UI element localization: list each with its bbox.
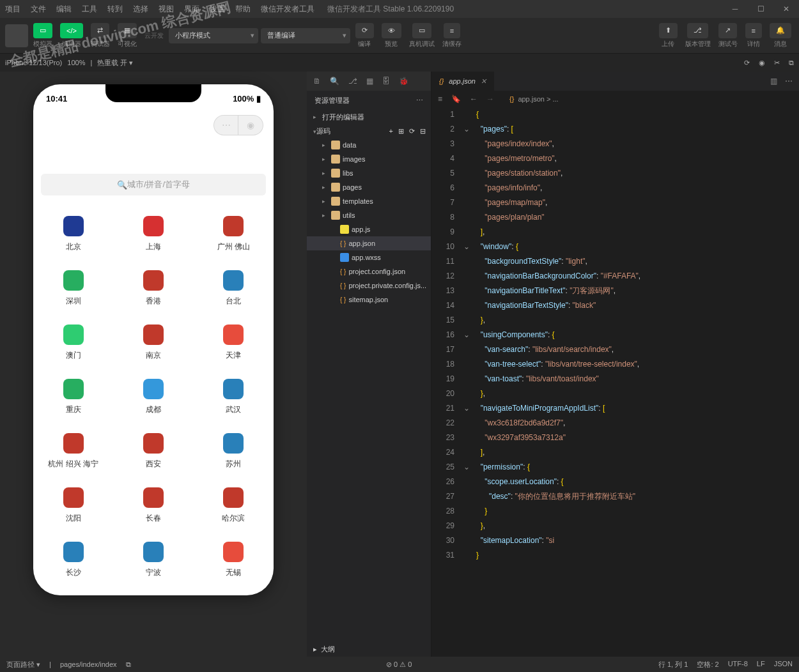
tree-images[interactable]: ▸images bbox=[307, 152, 431, 166]
city-item[interactable]: 长沙 bbox=[33, 533, 113, 587]
mode-select[interactable]: 小程序模式 bbox=[169, 28, 258, 43]
maximize-icon[interactable]: ☐ bbox=[748, 0, 773, 18]
message-button[interactable]: 🔔 bbox=[770, 23, 791, 38]
city-item[interactable]: 台北 bbox=[194, 261, 274, 316]
city-item[interactable]: 北京 bbox=[33, 207, 113, 261]
indent[interactable]: 空格: 2 bbox=[697, 660, 718, 669]
city-item[interactable]: 沈阳 bbox=[33, 478, 113, 533]
tree-data[interactable]: ▸data bbox=[307, 138, 431, 152]
minimize-icon[interactable]: ─ bbox=[722, 0, 748, 18]
split-icon[interactable]: ▥ bbox=[770, 77, 777, 86]
menu-视图[interactable]: 视图 bbox=[159, 4, 174, 15]
editor-button[interactable]: </> bbox=[60, 23, 83, 38]
city-item[interactable]: 长春 bbox=[113, 478, 193, 533]
errors-count[interactable]: ⊘ 0 ⚠ 0 bbox=[386, 661, 412, 669]
bookmark-icon[interactable]: 🔖 bbox=[451, 95, 461, 103]
city-item[interactable]: 上海 bbox=[113, 207, 193, 261]
breadcrumb[interactable]: {}app.json > ... bbox=[503, 91, 565, 107]
avatar[interactable] bbox=[5, 24, 28, 47]
refresh-icon[interactable]: ⟳ bbox=[744, 59, 750, 67]
city-item[interactable]: 南京 bbox=[113, 316, 193, 370]
bug-icon[interactable]: 🐞 bbox=[399, 77, 408, 86]
tree-pages[interactable]: ▸pages bbox=[307, 180, 431, 194]
files-icon[interactable]: 🗎 bbox=[313, 77, 321, 86]
menu-界面[interactable]: 界面 bbox=[184, 4, 199, 15]
capsule-close-icon[interactable]: ◉ bbox=[238, 116, 263, 135]
menu-帮助[interactable]: 帮助 bbox=[235, 4, 251, 15]
refresh-icon[interactable]: ⟳ bbox=[409, 127, 415, 135]
capsule-menu-icon[interactable]: ⋯ bbox=[214, 116, 238, 135]
cursor-pos[interactable]: 行 1, 列 1 bbox=[658, 660, 688, 669]
hotreload-toggle[interactable]: 热重载 开 ▾ bbox=[97, 58, 133, 68]
testno-button[interactable]: ↗ bbox=[718, 23, 737, 38]
tree-app.js[interactable]: app.js bbox=[307, 222, 431, 236]
menu-编辑[interactable]: 编辑 bbox=[56, 4, 72, 15]
city-item[interactable]: 哈尔滨 bbox=[194, 478, 274, 533]
page-path-label[interactable]: 页面路径 ▾ bbox=[6, 660, 40, 669]
tree-app.wxss[interactable]: app.wxss bbox=[307, 250, 431, 264]
branch-icon[interactable]: ⎇ bbox=[348, 77, 357, 86]
cloud-dev[interactable]: 云开发 bbox=[144, 31, 164, 40]
ext-icon[interactable]: ▦ bbox=[366, 77, 373, 86]
list-icon[interactable]: ≡ bbox=[438, 95, 442, 103]
cut-icon[interactable]: ✂ bbox=[774, 59, 780, 67]
device-select[interactable]: iPhone 12/13(Pro) bbox=[5, 59, 62, 66]
search-icon[interactable]: 🔍 bbox=[330, 77, 339, 86]
tree-project.config.json[interactable]: { }project.config.json bbox=[307, 264, 431, 279]
compile-mode-select[interactable]: 普通编译 bbox=[261, 28, 350, 43]
version-button[interactable]: ⎇ bbox=[687, 23, 708, 38]
city-item[interactable]: 香港 bbox=[113, 261, 193, 316]
city-item[interactable]: 武汉 bbox=[194, 370, 274, 424]
zoom-select[interactable]: 100% bbox=[67, 59, 85, 66]
compile-button[interactable]: ⟳ bbox=[355, 23, 374, 38]
forward-icon[interactable]: → bbox=[486, 95, 494, 103]
encoding[interactable]: UTF-8 bbox=[728, 660, 748, 669]
tab-close-icon[interactable]: ✕ bbox=[481, 77, 486, 86]
city-item[interactable]: 西安 bbox=[113, 424, 193, 478]
menu-设置[interactable]: 设置 bbox=[210, 4, 225, 15]
city-item[interactable]: 广州 佛山 bbox=[194, 207, 274, 261]
detail-button[interactable]: ≡ bbox=[745, 23, 762, 38]
preview-button[interactable]: 👁 bbox=[382, 23, 401, 38]
db-icon[interactable]: 🗄 bbox=[382, 77, 390, 86]
record-icon[interactable]: ◉ bbox=[759, 59, 765, 67]
menu-项目[interactable]: 项目 bbox=[5, 4, 20, 15]
language[interactable]: JSON bbox=[774, 660, 793, 669]
menu-文件[interactable]: 文件 bbox=[31, 4, 46, 15]
city-item[interactable]: 深圳 bbox=[33, 261, 113, 316]
search-input[interactable]: 🔍 城市/拼音/首字母 bbox=[41, 174, 266, 195]
simulator-button[interactable]: ▭ bbox=[33, 23, 52, 38]
city-item[interactable]: 宁波 bbox=[113, 533, 193, 587]
outline-section[interactable]: ▸大纲 bbox=[307, 641, 431, 657]
collapse-icon[interactable]: ⊟ bbox=[420, 127, 426, 135]
tree-project.private.config.js...[interactable]: { }project.private.config.js... bbox=[307, 279, 431, 293]
city-item[interactable]: 苏州 bbox=[194, 424, 274, 478]
close-icon[interactable]: ✕ bbox=[773, 0, 799, 18]
city-item[interactable]: 澳门 bbox=[33, 316, 113, 370]
tab-app-json[interactable]: {}app.json✕ bbox=[431, 72, 494, 91]
source-section[interactable]: ▾源码+⊞⟳⊟ bbox=[307, 124, 431, 138]
more-icon[interactable]: ⋯ bbox=[785, 77, 793, 86]
city-item[interactable]: 无锡 bbox=[194, 533, 274, 587]
copy-icon[interactable]: ⧉ bbox=[789, 59, 794, 67]
tree-sitemap.json[interactable]: { }sitemap.json bbox=[307, 293, 431, 307]
clear-button[interactable]: ≡ bbox=[444, 23, 460, 38]
menu-选择[interactable]: 选择 bbox=[133, 4, 148, 15]
city-item[interactable]: 杭州 绍兴 海宁 bbox=[33, 424, 113, 478]
tree-templates[interactable]: ▸templates bbox=[307, 194, 431, 208]
newfolder-icon[interactable]: ⊞ bbox=[398, 127, 404, 135]
realdev-button[interactable]: ▭ bbox=[412, 23, 431, 38]
upload-button[interactable]: ⬆ bbox=[659, 23, 678, 38]
city-item[interactable]: 天津 bbox=[194, 316, 274, 370]
back-icon[interactable]: ← bbox=[470, 95, 477, 103]
city-item[interactable]: 重庆 bbox=[33, 370, 113, 424]
tree-libs[interactable]: ▸libs bbox=[307, 166, 431, 180]
copy-path-icon[interactable]: ⧉ bbox=[126, 661, 131, 669]
newfile-icon[interactable]: + bbox=[389, 127, 393, 135]
city-item[interactable]: 成都 bbox=[113, 370, 193, 424]
menu-转到[interactable]: 转到 bbox=[107, 4, 123, 15]
visual-button[interactable]: ▦ bbox=[118, 23, 137, 38]
code-area[interactable]: { "pages": [ "pages/index/index", "pages… bbox=[476, 107, 799, 657]
debugger-button[interactable]: ⇄ bbox=[91, 23, 109, 38]
eol[interactable]: LF bbox=[757, 660, 765, 669]
